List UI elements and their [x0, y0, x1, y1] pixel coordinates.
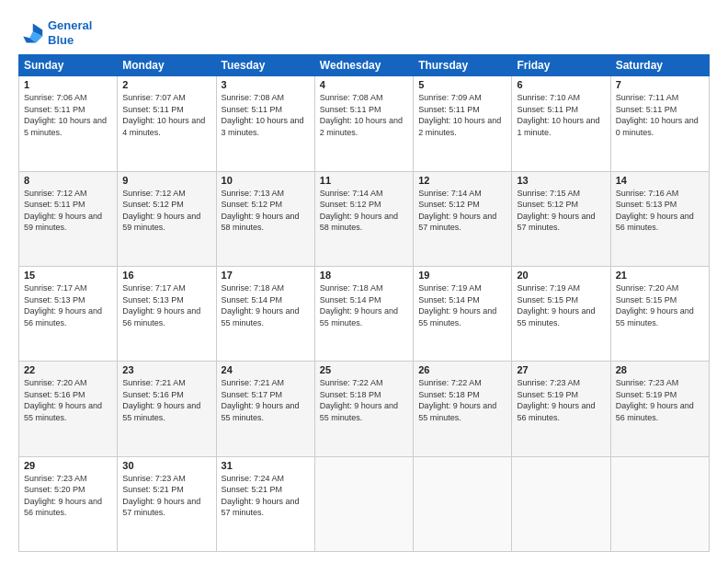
calendar-week-row: 22 Sunrise: 7:20 AMSunset: 5:16 PMDaylig… [19, 362, 710, 456]
day-number: 25 [320, 364, 408, 375]
calendar-cell: 5 Sunrise: 7:09 AMSunset: 5:11 PMDayligh… [414, 76, 512, 171]
day-header-friday: Friday [512, 55, 610, 76]
cell-info: Sunrise: 7:18 AMSunset: 5:14 PMDaylight:… [222, 283, 300, 327]
cell-info: Sunrise: 7:18 AMSunset: 5:14 PMDaylight:… [320, 283, 398, 327]
calendar-cell: 27 Sunrise: 7:23 AMSunset: 5:19 PMDaylig… [512, 362, 610, 456]
calendar-cell: 8 Sunrise: 7:12 AMSunset: 5:11 PMDayligh… [19, 171, 118, 266]
cell-info: Sunrise: 7:08 AMSunset: 5:11 PMDaylight:… [222, 93, 304, 137]
cell-info: Sunrise: 7:06 AMSunset: 5:11 PMDaylight:… [24, 93, 107, 137]
cell-info: Sunrise: 7:17 AMSunset: 5:13 PMDaylight:… [122, 283, 200, 327]
calendar-cell: 6 Sunrise: 7:10 AMSunset: 5:11 PMDayligh… [512, 76, 610, 171]
calendar-cell: 14 Sunrise: 7:16 AMSunset: 5:13 PMDaylig… [610, 171, 709, 266]
day-number: 21 [616, 270, 704, 281]
day-number: 27 [517, 364, 605, 375]
calendar-cell: 20 Sunrise: 7:19 AMSunset: 5:15 PMDaylig… [512, 266, 610, 361]
calendar-header-row: SundayMondayTuesdayWednesdayThursdayFrid… [19, 55, 710, 76]
calendar-cell: 12 Sunrise: 7:14 AMSunset: 5:12 PMDaylig… [414, 171, 512, 266]
calendar-cell: 25 Sunrise: 7:22 AMSunset: 5:18 PMDaylig… [314, 362, 413, 456]
cell-info: Sunrise: 7:17 AMSunset: 5:13 PMDaylight:… [24, 283, 102, 327]
cell-info: Sunrise: 7:13 AMSunset: 5:12 PMDaylight:… [222, 189, 300, 233]
day-number: 12 [418, 175, 506, 186]
day-number: 22 [24, 364, 112, 375]
calendar-week-row: 29 Sunrise: 7:23 AMSunset: 5:20 PMDaylig… [19, 456, 710, 551]
cell-info: Sunrise: 7:15 AMSunset: 5:12 PMDaylight:… [517, 189, 595, 233]
cell-info: Sunrise: 7:21 AMSunset: 5:17 PMDaylight:… [222, 378, 300, 422]
day-number: 5 [418, 79, 506, 90]
cell-info: Sunrise: 7:12 AMSunset: 5:12 PMDaylight:… [122, 189, 200, 233]
day-number: 26 [418, 364, 506, 375]
calendar-cell: 15 Sunrise: 7:17 AMSunset: 5:13 PMDaylig… [19, 266, 118, 361]
cell-info: Sunrise: 7:14 AMSunset: 5:12 PMDaylight:… [320, 189, 398, 233]
calendar-table: SundayMondayTuesdayWednesdayThursdayFrid… [18, 54, 710, 552]
cell-info: Sunrise: 7:19 AMSunset: 5:15 PMDaylight:… [517, 283, 595, 327]
day-header-tuesday: Tuesday [216, 55, 314, 76]
calendar-cell: 18 Sunrise: 7:18 AMSunset: 5:14 PMDaylig… [314, 266, 413, 361]
cell-info: Sunrise: 7:23 AMSunset: 5:19 PMDaylight:… [517, 378, 595, 422]
calendar-cell: 2 Sunrise: 7:07 AMSunset: 5:11 PMDayligh… [118, 76, 216, 171]
day-number: 15 [24, 270, 112, 281]
cell-info: Sunrise: 7:22 AMSunset: 5:18 PMDaylight:… [418, 378, 496, 422]
logo-text: General Blue [48, 18, 92, 47]
calendar-cell: 13 Sunrise: 7:15 AMSunset: 5:12 PMDaylig… [512, 171, 610, 266]
calendar-cell: 24 Sunrise: 7:21 AMSunset: 5:17 PMDaylig… [216, 362, 314, 456]
calendar-cell: 26 Sunrise: 7:22 AMSunset: 5:18 PMDaylig… [414, 362, 512, 456]
cell-info: Sunrise: 7:21 AMSunset: 5:16 PMDaylight:… [122, 378, 200, 422]
day-number: 7 [616, 79, 704, 90]
calendar-cell: 19 Sunrise: 7:19 AMSunset: 5:14 PMDaylig… [414, 266, 512, 361]
day-number: 24 [222, 364, 310, 375]
day-number: 18 [320, 270, 408, 281]
day-number: 19 [418, 270, 506, 281]
day-header-wednesday: Wednesday [314, 55, 413, 76]
cell-info: Sunrise: 7:20 AMSunset: 5:15 PMDaylight:… [616, 283, 694, 327]
calendar-cell: 10 Sunrise: 7:13 AMSunset: 5:12 PMDaylig… [216, 171, 314, 266]
calendar-cell: 16 Sunrise: 7:17 AMSunset: 5:13 PMDaylig… [118, 266, 216, 361]
cell-info: Sunrise: 7:23 AMSunset: 5:21 PMDaylight:… [122, 474, 200, 518]
day-number: 30 [122, 460, 210, 471]
calendar-cell: 31 Sunrise: 7:24 AMSunset: 5:21 PMDaylig… [216, 456, 314, 551]
day-header-saturday: Saturday [610, 55, 709, 76]
day-number: 9 [122, 175, 210, 186]
page: General Blue SundayMondayTuesdayWednesda… [0, 0, 728, 563]
day-number: 1 [24, 79, 112, 90]
day-number: 10 [222, 175, 310, 186]
day-number: 23 [122, 364, 210, 375]
calendar-cell: 28 Sunrise: 7:23 AMSunset: 5:19 PMDaylig… [610, 362, 709, 456]
cell-info: Sunrise: 7:16 AMSunset: 5:13 PMDaylight:… [616, 189, 694, 233]
calendar-cell: 7 Sunrise: 7:11 AMSunset: 5:11 PMDayligh… [610, 76, 709, 171]
day-number: 3 [222, 79, 310, 90]
cell-info: Sunrise: 7:19 AMSunset: 5:14 PMDaylight:… [418, 283, 496, 327]
calendar-week-row: 1 Sunrise: 7:06 AMSunset: 5:11 PMDayligh… [19, 76, 710, 171]
cell-info: Sunrise: 7:24 AMSunset: 5:21 PMDaylight:… [222, 474, 300, 518]
day-number: 28 [616, 364, 704, 375]
calendar-cell [610, 456, 709, 551]
logo: General Blue [18, 18, 92, 47]
cell-info: Sunrise: 7:23 AMSunset: 5:20 PMDaylight:… [24, 474, 102, 518]
day-header-sunday: Sunday [19, 55, 118, 76]
cell-info: Sunrise: 7:07 AMSunset: 5:11 PMDaylight:… [122, 93, 205, 137]
calendar-cell: 30 Sunrise: 7:23 AMSunset: 5:21 PMDaylig… [118, 456, 216, 551]
cell-info: Sunrise: 7:12 AMSunset: 5:11 PMDaylight:… [24, 189, 102, 233]
calendar-cell: 1 Sunrise: 7:06 AMSunset: 5:11 PMDayligh… [19, 76, 118, 171]
day-number: 13 [517, 175, 605, 186]
day-number: 11 [320, 175, 408, 186]
calendar-cell [512, 456, 610, 551]
calendar-cell: 23 Sunrise: 7:21 AMSunset: 5:16 PMDaylig… [118, 362, 216, 456]
calendar-cell: 3 Sunrise: 7:08 AMSunset: 5:11 PMDayligh… [216, 76, 314, 171]
day-number: 8 [24, 175, 112, 186]
day-header-thursday: Thursday [414, 55, 512, 76]
day-number: 16 [122, 270, 210, 281]
calendar-week-row: 15 Sunrise: 7:17 AMSunset: 5:13 PMDaylig… [19, 266, 710, 361]
calendar-week-row: 8 Sunrise: 7:12 AMSunset: 5:11 PMDayligh… [19, 171, 710, 266]
cell-info: Sunrise: 7:22 AMSunset: 5:18 PMDaylight:… [320, 378, 398, 422]
day-number: 6 [517, 79, 605, 90]
calendar-cell: 4 Sunrise: 7:08 AMSunset: 5:11 PMDayligh… [314, 76, 413, 171]
day-number: 2 [122, 79, 210, 90]
day-number: 17 [222, 270, 310, 281]
cell-info: Sunrise: 7:10 AMSunset: 5:11 PMDaylight:… [517, 93, 599, 137]
calendar-cell: 29 Sunrise: 7:23 AMSunset: 5:20 PMDaylig… [19, 456, 118, 551]
day-number: 20 [517, 270, 605, 281]
calendar-cell: 21 Sunrise: 7:20 AMSunset: 5:15 PMDaylig… [610, 266, 709, 361]
cell-info: Sunrise: 7:14 AMSunset: 5:12 PMDaylight:… [418, 189, 496, 233]
cell-info: Sunrise: 7:11 AMSunset: 5:11 PMDaylight:… [616, 93, 699, 137]
cell-info: Sunrise: 7:08 AMSunset: 5:11 PMDaylight:… [320, 93, 403, 137]
